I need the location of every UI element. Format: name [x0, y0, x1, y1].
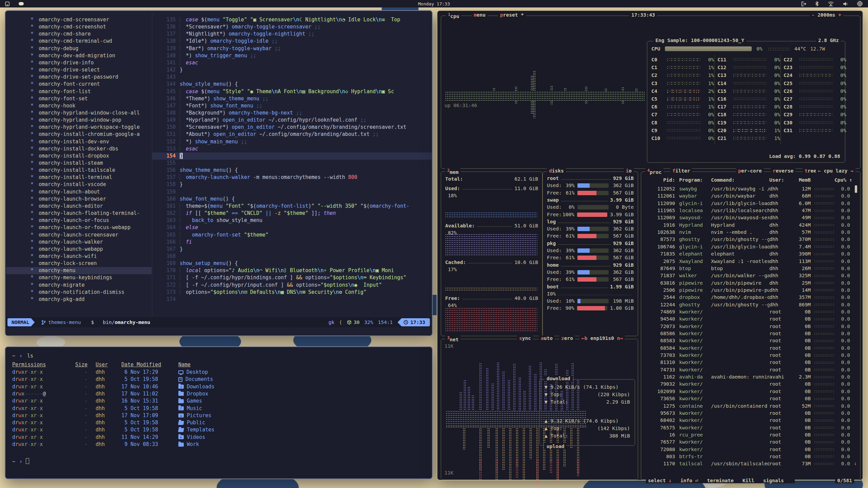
btop-window[interactable]: 1cpu menu preset * 17:33:43 - 2000ms + u… [437, 10, 863, 481]
cpu-tab-menu[interactable]: menu [472, 12, 488, 18]
process-row[interactable]: 102099kworker/root0B0.0 [645, 388, 850, 395]
file-list-item[interactable]: *omarchy-font-current [6, 81, 152, 88]
file-list-item[interactable]: *omarchy-lock-screen [6, 260, 152, 267]
process-row[interactable]: 71835elephantelephantdhh390M0.0 [645, 250, 850, 258]
proc-footer-terminate[interactable]: terminate [707, 478, 734, 483]
process-row[interactable]: 1275containe/usr/bin/containerdroot52M0.… [645, 403, 850, 410]
process-row[interactable]: 87649btopbtopdhh26M0.0 [645, 265, 850, 272]
process-row[interactable]: 16rcu_preeroot0B0.0 [645, 431, 850, 439]
process-row[interactable]: 102638nvimnvim --embed .dhh57M0.0 [645, 229, 850, 236]
process-row[interactable]: 71837walker/usr/bin/walker --gappldhh325… [645, 272, 850, 279]
process-row[interactable]: 112069swayosd-/usr/bin/swayosd-serverdhh… [645, 214, 850, 221]
file-list-item[interactable]: *omarchy-debug [6, 45, 152, 52]
file-list-item[interactable]: *omarchy-cmd-terminal-cwd [6, 38, 152, 45]
net-box-title[interactable]: 3net [445, 336, 460, 342]
file-list-item[interactable]: *omarchy-hyprland-window-close-all [6, 109, 152, 117]
proc-footer-keys[interactable]: select ↓info ⏎terminateKillsignals [646, 478, 795, 483]
net-tab-zero[interactable]: zero [559, 336, 575, 341]
process-row[interactable]: 72088kworker/root0B0.0 [645, 446, 850, 453]
process-row[interactable]: 1162avahi-daavahi-daemon: running [avahi… [645, 373, 850, 381]
file-list-item[interactable]: *omarchy-cmd-share [6, 30, 152, 38]
process-row[interactable]: 68584kworker/root0B0.0 [645, 345, 850, 352]
process-row[interactable]: 87573ghostty/usr/bin/ghostty --gtk-dhh37… [645, 236, 850, 243]
file-list-item[interactable]: *omarchy-launch-wifi [6, 253, 152, 260]
process-row[interactable]: 12244ghostty/usr/bin/ghostty --gtk-dhh86… [645, 301, 850, 308]
file-list-item[interactable]: *omarchy-drive-info [6, 59, 152, 66]
network-icon[interactable] [828, 1, 834, 6]
proc-footer-Kill[interactable]: Kill [743, 478, 754, 483]
process-row[interactable]: 2506pipewire/usr/bin/pipewire-pulsedhh14… [645, 287, 850, 294]
cpu-tab-preset[interactable]: preset * [498, 12, 526, 18]
cpu-box-title[interactable]: 1cpu [446, 12, 461, 19]
proc-footer-select[interactable]: select ↓ [648, 478, 672, 483]
workspace-1-active[interactable] [19, 2, 24, 5]
file-list-item[interactable]: *omarchy-font-set [6, 95, 152, 102]
process-row[interactable]: 68402kworker/root0B0.0 [645, 417, 850, 424]
file-list-item[interactable]: *omarchy-hyprland-workspace-toggle [6, 124, 152, 131]
process-row[interactable]: 81310kworker/root0B0.0 [645, 359, 850, 366]
process-row[interactable]: 803btrfs-trroot0B0.0 [645, 453, 850, 460]
process-row[interactable]: 112061waybar/usr/bin/waybardhh68M0.0 [645, 192, 850, 200]
proc-footer-signals[interactable]: signals [763, 478, 784, 483]
file-list-item[interactable]: *omarchy-hyprland-window-pop [6, 117, 152, 124]
file-list-item[interactable]: *omarchy-launch-floating-terminal- [6, 210, 152, 217]
file-list-item[interactable]: *omarchy-launch-webapp [6, 246, 152, 253]
process-row[interactable]: 2075XwaylandXwayland :1 -rootless -dhh11… [645, 258, 850, 265]
editor-window[interactable]: *omarchy-cmd-screensaver*omarchy-cmd-scr… [5, 10, 433, 336]
process-row[interactable]: 79032kworker/root0B0.0 [645, 381, 850, 388]
process-row[interactable]: 106746glycin-i/usr/lib/glycin-loadersdhh… [645, 243, 850, 250]
process-row[interactable]: 73703kworker/root0B0.0 [645, 352, 850, 359]
file-list-item[interactable]: *omarchy-install-vscode [6, 181, 152, 188]
process-row[interactable]: 68583kworker/root0B0.0 [645, 337, 850, 344]
mem-box-title[interactable]: 2mem [445, 168, 460, 175]
file-list-item[interactable]: *omarchy-launch-or-focus [6, 217, 152, 224]
file-list-item[interactable]: *omarchy-cmd-screensaver [6, 16, 152, 23]
process-row[interactable]: 74733kworker/root0B0.0 [645, 366, 850, 373]
proc-tab-filter[interactable]: filter [670, 168, 692, 174]
process-row[interactable]: 94540kworker/root0B0.0 [645, 316, 850, 323]
file-list-item[interactable]: *omarchy-install-dropbox [6, 152, 152, 160]
window-icon[interactable] [5, 1, 10, 6]
file-list-item[interactable]: *omarchy-cmd-screenshot [6, 23, 152, 30]
process-row[interactable]: 72073kworker/root0B0.0 [645, 323, 850, 330]
file-list-item[interactable]: *omarchy-drive-set-password [6, 74, 152, 81]
file-list-item[interactable]: *omarchy-hook [6, 102, 152, 109]
file-list-item[interactable]: *omarchy-install-dev-env [6, 138, 152, 145]
process-row[interactable]: 76575kworker/root0B0.0 [645, 424, 850, 431]
net-interface[interactable]: ←b enp191s0 n→ [579, 336, 625, 341]
process-row[interactable]: 76577kworker/root0B0.0 [645, 439, 850, 446]
chip-icon[interactable] [857, 1, 863, 6]
file-list-item[interactable]: *omarchy-launch-editor [6, 203, 152, 210]
file-list-item[interactable]: *omarchy-install-docker-dbs [6, 145, 152, 152]
process-row[interactable]: 74869kworker/root0B0.0 [645, 308, 850, 316]
terminal-window[interactable]: ~›lsPermissionsSizeUserDate ModifiedName… [5, 346, 433, 479]
volume-icon[interactable] [843, 1, 848, 6]
proc-box-title[interactable]: 4proc [645, 168, 664, 175]
file-list-item[interactable]: *omarchy-migrate [6, 282, 152, 289]
file-list-item[interactable]: *omarchy-launch-about [6, 188, 152, 196]
process-row[interactable]: 1916HyprlandHyprlanddhh424M0.0 [645, 222, 850, 229]
disks-tab-io[interactable]: io [624, 168, 634, 174]
bluetooth-icon[interactable] [815, 1, 819, 6]
file-list-item[interactable]: *omarchy-notification-dismiss [6, 289, 152, 296]
process-row[interactable]: 112052swaybg/usr/bin/swaybg -i /homdhh12… [645, 185, 850, 192]
file-list-item[interactable]: *omarchy-launch-walker [6, 239, 152, 246]
logout-icon[interactable] [801, 1, 806, 6]
proc-tab-reverse[interactable]: reverse [771, 168, 795, 174]
terminal-prompt[interactable]: ~› [12, 458, 429, 465]
proc-footer-info[interactable]: info ⏎ [680, 478, 698, 483]
file-list-item[interactable]: *omarchy-launch-or-focus-webapp [6, 224, 152, 231]
net-tab-auto[interactable]: auto [539, 336, 555, 341]
file-list-item[interactable]: *omarchy-launch-browser [6, 196, 152, 203]
process-row[interactable]: 111965localsea/usr/lib/localsearch-exdhh… [645, 207, 850, 214]
process-row[interactable]: 112090glycin-i/usr/lib/glycin-loadersdhh… [645, 200, 850, 207]
process-row[interactable]: 2544dropbox/home/dhh/.dropbox-distdhh357… [645, 294, 850, 301]
update-interval[interactable]: - 2000ms + [810, 12, 843, 18]
file-list-item[interactable]: *omarchy-dev-add-migration [6, 52, 152, 59]
process-row[interactable]: 73656kworker/root0B0.0 [645, 395, 850, 402]
file-list-item[interactable]: *omarchy-pkg-add [6, 296, 152, 303]
file-list-item[interactable]: *omarchy-font-list [6, 88, 152, 95]
file-list-item[interactable]: *omarchy-install-tailscale [6, 167, 152, 174]
file-list-item[interactable]: *omarchy-menu-keybindings [6, 274, 152, 281]
process-row[interactable]: 95673kworker/root0B0.0 [645, 410, 850, 417]
